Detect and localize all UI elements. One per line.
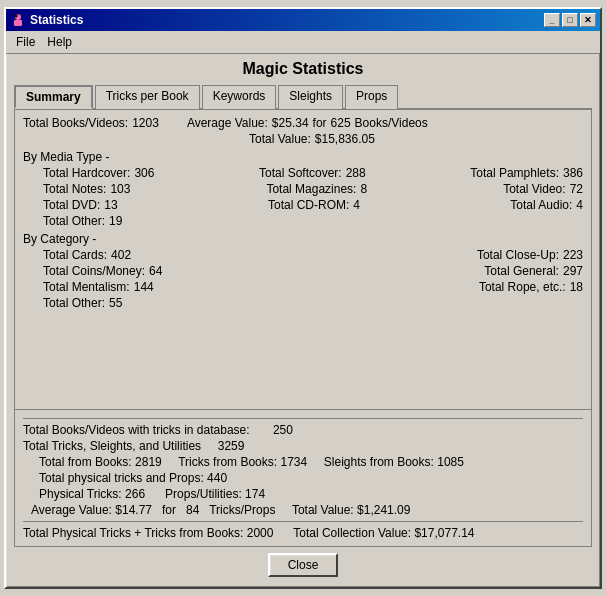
magazines-label: Total Magazines:: [266, 182, 356, 196]
row-total-books: Total Books/Videos: 1203 Average Value: …: [23, 116, 583, 130]
row-cat-3: Total Mentalism: 144 Total Rope, etc.: 1…: [23, 280, 583, 294]
avg-value-count: 625: [331, 116, 351, 130]
total-value-amount: $15,836.05: [315, 132, 375, 146]
collection-label: Total Collection Value:: [293, 526, 411, 540]
closeup-label: Total Close-Up:: [477, 248, 559, 262]
softcover-label: Total Softcover:: [259, 166, 342, 180]
row-cat-1: Total Cards: 402 Total Close-Up: 223: [23, 248, 583, 262]
tricks-sleights-label: Total Tricks, Sleights, and Utilities: [23, 439, 201, 453]
rope-label: Total Rope, etc.:: [479, 280, 566, 294]
main-window: Statistics _ □ ✕ File Help Magic Statist…: [4, 7, 602, 589]
avg-tricks-count: 84: [186, 503, 199, 517]
row-media-1: Total Hardcover: 306 Total Softcover: 28…: [23, 166, 583, 180]
avg-value-type: Books/Videos: [355, 116, 428, 130]
cards-value: 402: [111, 248, 131, 262]
row-cat-2: Total Coins/Money: 64 Total General: 297: [23, 264, 583, 278]
physical-tricks-value: 266: [125, 487, 145, 501]
by-media-header: By Media Type -: [23, 150, 583, 164]
avg-value-amount: $25.34: [272, 116, 309, 130]
maximize-button[interactable]: □: [562, 13, 578, 27]
pamphlets-value: 386: [563, 166, 583, 180]
title-bar: Statistics _ □ ✕: [6, 9, 600, 31]
total-value-label: Total Value:: [249, 132, 311, 146]
bottom-section: Total Books/Videos with tricks in databa…: [14, 410, 592, 547]
window-title: Statistics: [30, 13, 83, 27]
avg-value-label: Average Value:: [187, 116, 268, 130]
tab-bar: Summary Tricks per Book Keywords Sleight…: [14, 84, 592, 110]
tricks-from-books-label: Tricks from Books:: [178, 455, 277, 469]
total-books-value: 1203: [132, 116, 159, 130]
pamphlets-label: Total Pamphlets:: [470, 166, 559, 180]
notes-label: Total Notes:: [43, 182, 106, 196]
dvd-value: 13: [104, 198, 117, 212]
tab-summary[interactable]: Summary: [14, 85, 93, 109]
cdrom-label: Total CD-ROM:: [268, 198, 349, 212]
tab-sleights[interactable]: Sleights: [278, 85, 343, 109]
avg-tricks-label: Average Value:: [31, 503, 112, 517]
row-avg-tricks: Average Value: $14.77 for 84 Tricks/Prop…: [23, 503, 583, 517]
physical-tricks-label: Physical Tricks:: [39, 487, 122, 501]
cards-label: Total Cards:: [43, 248, 107, 262]
app-icon: [10, 12, 26, 28]
row-physical-tricks: Physical Tricks: 266 Props/Utilities: 17…: [23, 487, 583, 501]
menu-help[interactable]: Help: [41, 33, 78, 51]
props-value: 174: [245, 487, 265, 501]
tricks-sleights-value: 3259: [218, 439, 245, 453]
softcover-value: 288: [346, 166, 366, 180]
avg-tricks-amount: $14.77: [115, 503, 152, 517]
title-buttons: _ □ ✕: [544, 13, 596, 27]
row-total-value: Total Value: $15,836.05: [23, 132, 583, 146]
avg-value-for: for: [313, 116, 327, 130]
video-label: Total Video:: [503, 182, 566, 196]
video-value: 72: [570, 182, 583, 196]
general-value: 297: [563, 264, 583, 278]
props-label: Props/Utilities:: [165, 487, 242, 501]
sleights-from-books-label: Sleights from Books:: [324, 455, 434, 469]
other-cat-label: Total Other:: [43, 296, 105, 310]
tab-props[interactable]: Props: [345, 85, 398, 109]
title-bar-left: Statistics: [10, 12, 83, 28]
total-books-label: Total Books/Videos:: [23, 116, 128, 130]
cdrom-value: 4: [353, 198, 360, 212]
minimize-button[interactable]: _: [544, 13, 560, 27]
from-books-value: 2819: [135, 455, 162, 469]
physical-plus-label: Total Physical Tricks + Tricks from Book…: [23, 526, 243, 540]
tab-tricks-per-book[interactable]: Tricks per Book: [95, 85, 200, 109]
row-tricks-sleights: Total Tricks, Sleights, and Utilities 32…: [23, 439, 583, 453]
other-media-value: 19: [109, 214, 122, 228]
hardcover-value: 306: [134, 166, 154, 180]
avg-tricks-total-label: Total Value:: [292, 503, 354, 517]
close-button[interactable]: ✕: [580, 13, 596, 27]
row-media-3: Total DVD: 13 Total CD-ROM: 4 Total Audi…: [23, 198, 583, 212]
row-collection-total: Total Physical Tricks + Tricks from Book…: [23, 526, 583, 540]
general-label: Total General:: [484, 264, 559, 278]
tab-keywords[interactable]: Keywords: [202, 85, 277, 109]
close-button[interactable]: Close: [268, 553, 339, 577]
avg-tricks-total-value: $1,241.09: [357, 503, 410, 517]
coins-value: 64: [149, 264, 162, 278]
separator-1: [23, 418, 583, 419]
coins-label: Total Coins/Money:: [43, 264, 145, 278]
from-books-label: Total from Books:: [39, 455, 132, 469]
tricks-in-db-label: Total Books/Videos with tricks in databa…: [23, 423, 250, 437]
button-bar: Close: [14, 547, 592, 581]
audio-value: 4: [576, 198, 583, 212]
row-from-books: Total from Books: 2819 Tricks from Books…: [23, 455, 583, 469]
collection-value: $17,077.14: [414, 526, 474, 540]
notes-value: 103: [110, 182, 130, 196]
physical-plus-value: 2000: [247, 526, 274, 540]
row-tricks-in-db: Total Books/Videos with tricks in databa…: [23, 423, 583, 437]
menu-file[interactable]: File: [10, 33, 41, 51]
mentalism-value: 144: [134, 280, 154, 294]
row-media-4: Total Other: 19: [23, 214, 583, 228]
hardcover-label: Total Hardcover:: [43, 166, 130, 180]
closeup-value: 223: [563, 248, 583, 262]
menu-bar: File Help: [6, 31, 600, 54]
tricks-in-db-value: 250: [273, 423, 293, 437]
mentalism-label: Total Mentalism:: [43, 280, 130, 294]
other-cat-value: 55: [109, 296, 122, 310]
magazines-value: 8: [360, 182, 367, 196]
audio-label: Total Audio:: [510, 198, 572, 212]
separator-2: [23, 521, 583, 522]
row-physical-tricks-props: Total physical tricks and Props: 440: [23, 471, 583, 485]
